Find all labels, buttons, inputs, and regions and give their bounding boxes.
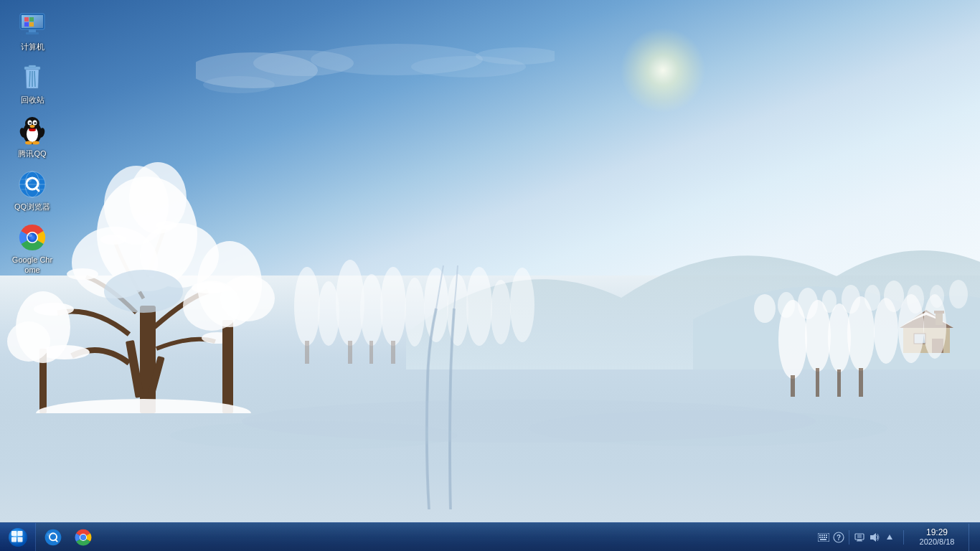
recycle-bin-icon-image: [18, 63, 47, 92]
svg-rect-140: [857, 540, 862, 541]
svg-point-72: [170, 421, 457, 450]
tray-separator: [849, 530, 849, 545]
svg-point-109: [26, 178, 32, 182]
snow-field: [98, 364, 887, 507]
svg-rect-131: [821, 537, 823, 538]
svg-rect-77: [29, 29, 36, 32]
clock-time: 19:29: [926, 527, 948, 537]
svg-point-124: [80, 534, 86, 540]
svg-point-46: [104, 270, 183, 313]
system-tray: ?: [809, 523, 980, 552]
svg-point-95: [30, 125, 35, 128]
taskbar: ?: [0, 522, 980, 551]
expand-tray-icon[interactable]: [883, 530, 896, 545]
svg-rect-133: [826, 537, 827, 538]
wallpaper: [0, 0, 980, 551]
svg-point-99: [32, 141, 39, 144]
chrome-icon-label: Google Chrome: [10, 255, 55, 276]
svg-rect-138: [857, 534, 862, 538]
chrome-icon[interactable]: Google Chrome: [7, 220, 57, 278]
svg-point-98: [25, 141, 32, 144]
svg-point-93: [29, 122, 32, 124]
svg-line-85: [29, 71, 30, 87]
svg-point-66: [847, 296, 875, 371]
svg-line-87: [34, 71, 35, 87]
svg-rect-80: [29, 17, 34, 22]
svg-rect-117: [17, 537, 22, 542]
computer-icon-image: [18, 10, 47, 39]
svg-rect-84: [29, 65, 36, 67]
svg-rect-129: [826, 534, 827, 536]
taskbar-apps: [36, 523, 100, 552]
desktop: 计算机 回收站: [0, 0, 980, 551]
taskbar-chrome[interactable]: [69, 524, 98, 550]
svg-rect-126: [819, 534, 821, 536]
svg-rect-130: [819, 537, 821, 538]
tray-icons: ?: [814, 530, 899, 545]
start-button[interactable]: [0, 523, 36, 552]
svg-point-62: [805, 300, 831, 372]
svg-point-100: [29, 128, 36, 131]
qq-icon[interactable]: 腾讯QQ: [7, 114, 57, 161]
tray-separator-2: [903, 530, 904, 545]
qqbrowser-icon-label: QQ浏览器: [14, 202, 50, 212]
svg-point-53: [7, 321, 50, 362]
recycle-bin-icon[interactable]: 回收站: [7, 60, 57, 108]
clock-date: 2020/8/18: [920, 537, 955, 547]
svg-point-69: [898, 294, 924, 363]
svg-rect-78: [26, 32, 39, 34]
qqbrowser-icon-image: [18, 170, 47, 199]
svg-marker-141: [870, 533, 876, 542]
svg-rect-132: [824, 537, 825, 538]
network-tray-icon[interactable]: [853, 530, 866, 545]
help-tray-icon[interactable]: ?: [832, 530, 845, 545]
svg-rect-82: [29, 22, 34, 27]
svg-marker-142: [887, 534, 892, 540]
svg-point-119: [45, 529, 62, 545]
computer-icon-label: 计算机: [21, 42, 44, 52]
svg-rect-81: [24, 22, 29, 27]
svg-rect-128: [824, 534, 825, 536]
keyboard-tray-icon[interactable]: [817, 530, 830, 545]
svg-point-45: [129, 162, 187, 234]
svg-point-68: [874, 298, 898, 364]
qq-icon-label: 腾讯QQ: [18, 149, 46, 159]
svg-point-73: [529, 410, 887, 446]
svg-point-50: [220, 276, 275, 321]
chrome-icon-image: [18, 223, 47, 252]
svg-rect-139: [857, 540, 862, 541]
svg-point-15: [949, 280, 968, 309]
show-desktop-button[interactable]: [969, 524, 974, 551]
taskbar-qqbrowser[interactable]: [39, 524, 67, 550]
svg-point-70: [923, 294, 946, 359]
svg-rect-116: [11, 537, 17, 542]
svg-text:?: ?: [837, 534, 841, 542]
svg-point-94: [34, 122, 37, 124]
svg-point-112: [28, 234, 32, 237]
qqbrowser-icon[interactable]: QQ浏览器: [7, 167, 57, 215]
svg-point-90: [25, 117, 39, 130]
desktop-icons: 计算机 回收站: [7, 7, 57, 278]
qq-icon-image: [18, 117, 47, 146]
svg-point-118: [11, 531, 19, 537]
clock-area[interactable]: 19:29 2020/8/18: [908, 523, 966, 552]
sun-glow: [620, 27, 706, 113]
svg-rect-127: [821, 534, 823, 536]
svg-rect-134: [820, 539, 826, 540]
computer-icon[interactable]: 计算机: [7, 7, 57, 55]
volume-tray-icon[interactable]: [868, 530, 881, 545]
svg-rect-79: [24, 17, 29, 22]
recycle-bin-icon-label: 回收站: [21, 95, 44, 105]
